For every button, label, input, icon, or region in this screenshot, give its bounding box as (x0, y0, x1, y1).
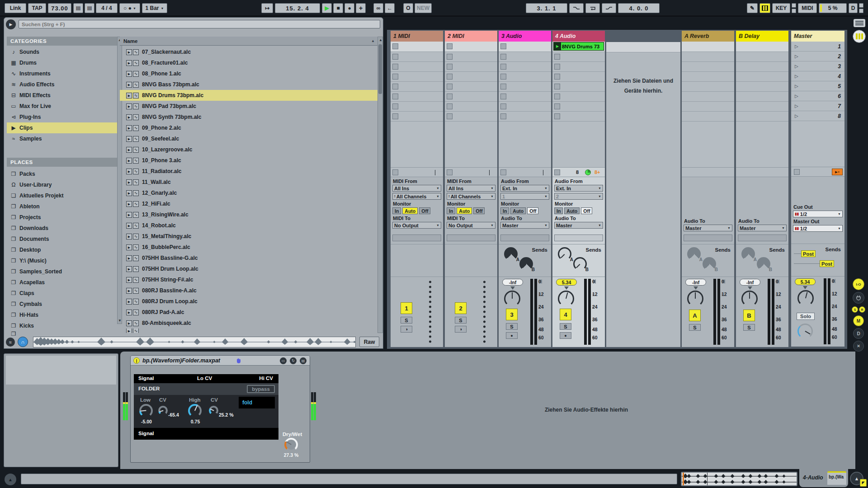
show-sends-button[interactable] (853, 292, 864, 304)
record-button[interactable]: ● (344, 3, 354, 13)
track-header[interactable]: A Reverb (682, 31, 734, 42)
clip-play-icon[interactable]: ▶ (126, 82, 132, 88)
sidebar-item-place[interactable]: ❐ Y:\ (Music) (7, 255, 117, 266)
clip-slot[interactable] (391, 52, 443, 62)
loop-length-field[interactable]: 4. 0. 0 (618, 3, 660, 13)
file-row[interactable]: ▶ ∿ 8NVG Drums 73bpm.alc (120, 90, 378, 101)
clip-slot[interactable] (445, 82, 497, 92)
drywet-value[interactable]: 27.3 % (281, 452, 302, 458)
scene-play-icon[interactable]: ▷ (795, 84, 798, 89)
sidebar-item-place[interactable]: ❐ Hi-Hats (7, 310, 117, 320)
return-activator-button[interactable]: B (743, 310, 755, 321)
clip-stop-button[interactable] (554, 113, 560, 119)
output-type-chooser[interactable]: Master▼ (500, 222, 549, 229)
back-to-arrangement-button[interactable]: ← (385, 3, 395, 13)
hot-swap-icon[interactable]: ▭ (280, 357, 287, 364)
file-row[interactable]: ▶ ∿ 15_MetalThingy.alc (120, 231, 378, 242)
clip-slot[interactable] (499, 112, 551, 122)
clip-stop-button[interactable] (392, 113, 398, 119)
sidebar-item-place[interactable]: ❐ Desktop (7, 244, 117, 255)
sidebar-item-category[interactable]: ▦ Drums (7, 57, 117, 68)
track-header[interactable]: B Delay (736, 31, 788, 42)
nudge-down-button[interactable]: |||| (73, 3, 83, 13)
send-a-knob[interactable]: A (504, 247, 518, 261)
headphone-preview-icon[interactable]: ∩ (18, 337, 28, 347)
sidebar-item-place[interactable]: ❐ Samples_Sorted (7, 266, 117, 277)
midi-map-button[interactable]: MIDI (798, 3, 817, 13)
capture-new-button[interactable]: NEW (415, 3, 432, 13)
track-activator-button[interactable]: 1 (401, 302, 412, 314)
clip-slot[interactable] (552, 62, 605, 72)
file-row[interactable]: ▶ ∿ 14_Robot.alc (120, 220, 378, 231)
send-b-knob[interactable]: B (573, 257, 587, 271)
clip-slot[interactable] (391, 42, 443, 52)
file-row[interactable]: ▶ ∿ 8NVG Pad 73bpm.alc (120, 101, 378, 112)
device-chain-area[interactable]: ❙ bp.(Waveform)Folder.maxpat ▭ ↻ ▤ Signa… (120, 352, 855, 469)
cpu-load-meter[interactable]: 5 % (819, 3, 847, 13)
clip-play-icon[interactable]: ▶ (126, 136, 132, 142)
sidebar-item-place[interactable]: ❐ Downloads (7, 223, 117, 234)
max-for-live-device[interactable]: ❙ bp.(Waveform)Folder.maxpat ▭ ↻ ▤ Signa… (130, 355, 310, 463)
clip-stop-button[interactable] (500, 74, 506, 80)
clip-stop-button[interactable] (554, 74, 560, 80)
sidebar-item-category[interactable]: ≋ Audio Effects (7, 79, 117, 90)
volume-knob[interactable] (797, 290, 814, 306)
low-knob[interactable] (139, 404, 153, 418)
clip-slot[interactable] (391, 62, 443, 72)
device-view-tab[interactable]: bp.(Wa (827, 471, 846, 485)
input-type-chooser[interactable]: Ext. In▼ (500, 185, 549, 192)
send-a-post-button[interactable]: Post (801, 250, 816, 257)
clip-play-icon[interactable]: ▶ (126, 223, 132, 229)
stop-all-track-clips-button[interactable] (500, 169, 506, 175)
sidebar-item-partial[interactable]: ❐ (7, 331, 117, 337)
monitor-in-button[interactable]: In (392, 207, 401, 214)
clip-stop-button[interactable] (500, 64, 506, 70)
punch-in-button[interactable] (569, 3, 584, 13)
sidebar-item-place[interactable]: ❐ Acapellas (7, 277, 117, 288)
clip-slot[interactable] (445, 52, 497, 62)
clip-play-icon[interactable]: ▶ (126, 103, 132, 109)
clip-slot[interactable]: ▶ 8NVG Drums 73 (552, 42, 605, 52)
clip-stop-button[interactable] (500, 103, 506, 109)
clip-play-icon[interactable]: ▶ (126, 114, 132, 120)
clip-play-icon[interactable]: ▶ (126, 277, 132, 283)
clip-play-icon[interactable]: ▶ (126, 147, 132, 153)
clip-stop-button[interactable] (392, 74, 398, 80)
device-title-bar[interactable]: ❙ bp.(Waveform)Folder.maxpat ▭ ↻ ▤ (131, 356, 310, 366)
arm-button[interactable]: ◑ (401, 326, 412, 333)
clip-slot[interactable] (499, 72, 551, 82)
preview-wave-icon[interactable]: ≈ (6, 338, 15, 347)
drywet-knob[interactable] (284, 438, 298, 451)
master-out-chooser[interactable]: ▮▮1/2▼ (793, 225, 843, 232)
link-button[interactable]: Link (5, 3, 26, 13)
clip-play-icon[interactable]: ▶ (554, 42, 561, 50)
clip-play-icon[interactable]: ▶ (126, 201, 132, 207)
clip-stop-button[interactable] (554, 94, 560, 99)
file-row[interactable]: ▶ ∿ 10_Lazergroove.alc (120, 144, 378, 155)
clip-play-icon[interactable]: ▶ (126, 244, 132, 250)
clip-slot[interactable] (499, 102, 551, 112)
send-b-post-button[interactable]: Post (820, 260, 834, 267)
output-channel-box[interactable] (392, 235, 441, 241)
clip-slot[interactable] (552, 112, 605, 122)
solo-button[interactable]: S (506, 323, 518, 330)
file-row[interactable]: ▶ ∿ 080RJ Bassline-A.alc (120, 285, 378, 296)
tempo-field[interactable]: 73.00 (48, 3, 71, 13)
track-stop-row[interactable] (391, 167, 443, 177)
return-activator-button[interactable]: A (689, 310, 701, 321)
track-header[interactable]: 3 Audio (499, 31, 551, 42)
clip-stop-button[interactable] (500, 54, 506, 60)
pan-indicator[interactable] (693, 286, 698, 290)
scene-row[interactable]: ▷ 4 (791, 71, 844, 81)
sidebar-item-place[interactable]: ❐ Claps (7, 288, 117, 299)
bypass-button[interactable]: bypass (247, 385, 275, 393)
clip-stop-button[interactable] (392, 64, 398, 70)
input-type-chooser[interactable]: All Ins▼ (392, 185, 441, 192)
computer-midi-keyboard-button[interactable] (760, 3, 770, 13)
clip-play-icon[interactable]: ▶ (126, 49, 132, 55)
monitor-off-button[interactable]: Off (419, 207, 430, 214)
clip-slot[interactable] (499, 52, 551, 62)
input-channel-chooser[interactable]: 1▼ (500, 193, 549, 200)
device-activator-icon[interactable]: ❙ (133, 357, 140, 364)
clip-stop-button[interactable] (392, 84, 398, 89)
